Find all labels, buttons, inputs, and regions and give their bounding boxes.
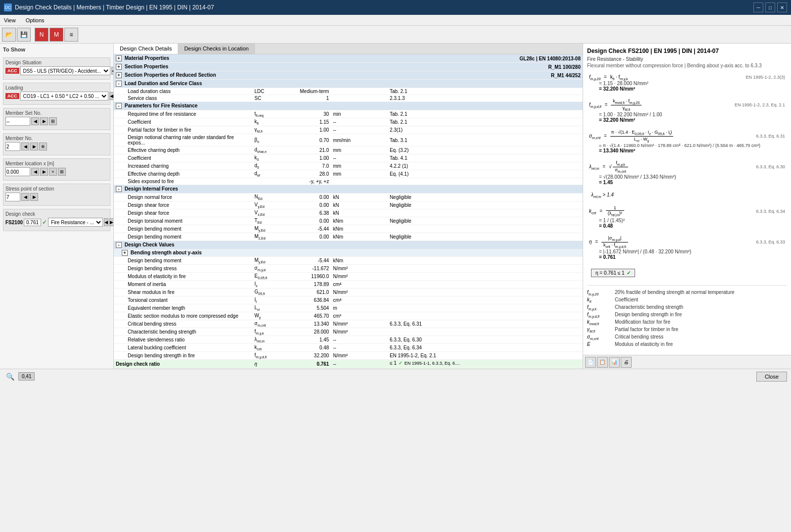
collapse-icon-section[interactable]: +: [116, 64, 122, 70]
design-situation-label: Design Situation: [5, 60, 108, 65]
window-title: Design Check Details | Members | Timber …: [15, 4, 214, 11]
toolbar-btn-4[interactable]: M: [49, 28, 63, 42]
ratio-row: Design check ratio η 0.761 -- ≤ 1 ✓ EN 1…: [114, 360, 583, 369]
maximize-button[interactable]: □: [765, 2, 775, 12]
collapse-icon-reduced[interactable]: +: [116, 72, 122, 78]
search-bottom-btn[interactable]: 🔍: [6, 373, 14, 381]
loading-section: Loading ACC CO19 - LC1 + 0.50 * LC2 + 0.…: [3, 83, 110, 105]
legend-desc-8: Modulus of elasticity in fire: [615, 341, 673, 347]
table-row: Characteristic bending strength fm,y,k 2…: [114, 328, 583, 336]
formula-kcrit: kcrit = 1 (λrel,m)² 6.3.3, Eq. 6.34 = 1 …: [587, 203, 787, 231]
eta-check-icon: ✓: [627, 270, 631, 276]
legend-row-1: fm,y,20 20% fractile of bending strength…: [587, 290, 787, 296]
loading-prev-btn[interactable]: ◀: [109, 92, 114, 100]
ref-fm-y-20: EN 1995-1-2, 2.3(3): [745, 75, 785, 80]
menu-bar: View Options: [0, 15, 791, 26]
collapse-icon-material[interactable]: +: [116, 55, 122, 61]
formula-fm-ydfi-main: fm,y,d,fi = kmod,fi · fm,y,20 γM,fi: [589, 98, 642, 112]
rt-btn-print[interactable]: 🖨: [621, 357, 632, 368]
ref-fm-ydfi: EN 1995-1-2, 2.3, Eq. 2.1: [735, 102, 785, 107]
table-row: Shear modulus in fire G05,fi 621.0 N/mm²: [114, 289, 583, 296]
design-situation-section: Design Situation ACC DS5 - ULS (STR/GEO)…: [3, 57, 110, 80]
member-no-control: ◀ ▶ ⊕: [5, 142, 108, 151]
collapse-icon-load-dur[interactable]: -: [116, 81, 122, 87]
mn-next-btn[interactable]: ▶: [30, 143, 38, 150]
design-situation-select[interactable]: DS5 - ULS (STR/GEO) - Accident...: [20, 66, 110, 75]
ms-prev-btn[interactable]: ◀: [31, 117, 39, 125]
table-row: Equivalent member length Lcr 5.504 m: [114, 304, 583, 312]
formula-eta-step1: = |-11.672 N/mm²| / (0.48 · 32.200 N/mm²…: [589, 249, 785, 254]
info-btn[interactable]: 0,41: [18, 372, 35, 381]
ml-prev-btn[interactable]: ◀: [31, 168, 39, 176]
formula-kcrit-result: = 0.48: [589, 223, 785, 229]
bottom-bar: 🔍 0,41 Close: [0, 369, 791, 384]
ms-next-btn[interactable]: ▶: [40, 117, 48, 125]
dc-next-btn[interactable]: ▶: [109, 218, 114, 226]
toolbar-btn-1[interactable]: 📂: [2, 28, 16, 42]
table-row: Coefficient kfi 1.15 -- Tab. 2.1: [114, 118, 583, 126]
table-row: + Section Properties of Reduced Section …: [114, 71, 583, 80]
rt-btn-2[interactable]: 📋: [597, 357, 608, 368]
sp-prev-btn[interactable]: ◀: [21, 193, 29, 201]
legend-row-6: γM,fi Partial factor for timber in fire: [587, 327, 787, 333]
table-row: Elastic section modulus to more compress…: [114, 312, 583, 320]
formula-fm-ydfi: fm,y,d,fi = kmod,fi · fm,y,20 γM,fi EN 1…: [587, 97, 787, 125]
dc-check-icon: ✓: [42, 219, 47, 226]
rt-btn-3[interactable]: 📊: [609, 357, 620, 368]
loading-select[interactable]: CO19 - LC1 + 0.50 * LC2 + 0.50 ...: [20, 92, 108, 100]
mn-action-btn[interactable]: ⊕: [39, 143, 47, 150]
legend-sym-8: E: [587, 341, 612, 347]
table-row: Torsional constant It 636.84 cm⁴: [114, 296, 583, 304]
table-row: Sides exposed to fire -y, +y, +z: [114, 178, 583, 185]
close-button[interactable]: Close: [756, 372, 787, 382]
formula-fm-ydfi-result: = 32.200 N/mm²: [589, 117, 785, 123]
table-row: + Bending strength about y-axis: [114, 249, 583, 257]
table-row: Design notional charring rate under stan…: [114, 134, 583, 146]
bending-header: Bending strength about y-axis: [131, 250, 202, 255]
sp-next-btn[interactable]: ▶: [30, 193, 38, 201]
collapse-icon-check-values[interactable]: -: [116, 242, 122, 248]
legend-row-3: fm,y,k Characteristic bending strength: [587, 304, 787, 311]
member-location-input[interactable]: [5, 167, 30, 176]
menu-view[interactable]: View: [2, 16, 18, 24]
mn-prev-btn[interactable]: ◀: [21, 143, 29, 150]
formula-fm-ydfi-step1: = 1.00 · 32.200 N/mm² / 1.00: [589, 112, 785, 117]
toolbar-btn-3[interactable]: N: [35, 28, 49, 42]
table-row: Design bending moment Mz,Ed 0.00 kNm Neg…: [114, 233, 583, 241]
lambda-condition: λrel,m > 1.4: [587, 190, 787, 200]
content-area: To Show Design Situation ACC DS5 - ULS (…: [0, 44, 791, 369]
collapse-icon-forces[interactable]: -: [116, 186, 122, 192]
legend-desc-4: Design bending strength in fire: [615, 312, 682, 318]
design-check-section: Design check FS2100 0.761 ✓ Fire Resista…: [3, 209, 110, 231]
reduced-section-header: Section Properties of Reduced Section: [125, 72, 216, 78]
member-no-input[interactable]: [5, 142, 20, 151]
member-set-input[interactable]: [5, 117, 30, 126]
formula-eta-main: η = |σm,y,d| kcrit · fm,y,d,fi: [589, 236, 628, 249]
ratio-check-icon: ✓: [398, 360, 402, 366]
ml-next-btn[interactable]: ▶: [40, 168, 48, 176]
rt-btn-1[interactable]: 📄: [585, 357, 596, 368]
member-no-label: Member No.: [5, 136, 108, 141]
app-icon: DC: [4, 3, 12, 11]
toolbar-btn-5[interactable]: ≡: [64, 28, 78, 42]
toolbar-btn-2[interactable]: 💾: [17, 28, 31, 42]
tab-design-check-details[interactable]: Design Check Details: [114, 44, 178, 54]
legend-sym-5: kmod,fi: [587, 319, 612, 326]
table-row: Design torsional moment TEd 0.00 kNm Neg…: [114, 217, 583, 225]
collapse-icon-bending[interactable]: +: [122, 250, 128, 256]
stress-point-input[interactable]: [5, 193, 20, 201]
collapse-icon-fire[interactable]: -: [116, 103, 122, 109]
ml-locate-btn[interactable]: ⊞: [58, 168, 66, 176]
close-window-button[interactable]: ✕: [777, 2, 787, 12]
menu-options[interactable]: Options: [24, 16, 47, 24]
ms-action-btn[interactable]: ⊞: [49, 117, 57, 125]
member-set-control: ◀ ▶ ⊞: [5, 117, 108, 126]
dc-prev-btn[interactable]: ◀: [104, 218, 108, 226]
right-panel: Design Check FS2100 | EN 1995 | DIN | 20…: [583, 44, 791, 369]
ml-action-btn[interactable]: ×: [49, 168, 57, 176]
eta-result-box: η = 0.761 ≤ 1 ✓: [591, 269, 635, 277]
tab-design-checks-location[interactable]: Design Checks in Location: [178, 44, 255, 54]
minimize-button[interactable]: ─: [753, 2, 763, 12]
ratio-ref: EN 1995-1-1, 6.3.3, Eq. 6....: [404, 361, 460, 366]
dc-description-select[interactable]: Fire Resistance - ...: [48, 218, 103, 227]
